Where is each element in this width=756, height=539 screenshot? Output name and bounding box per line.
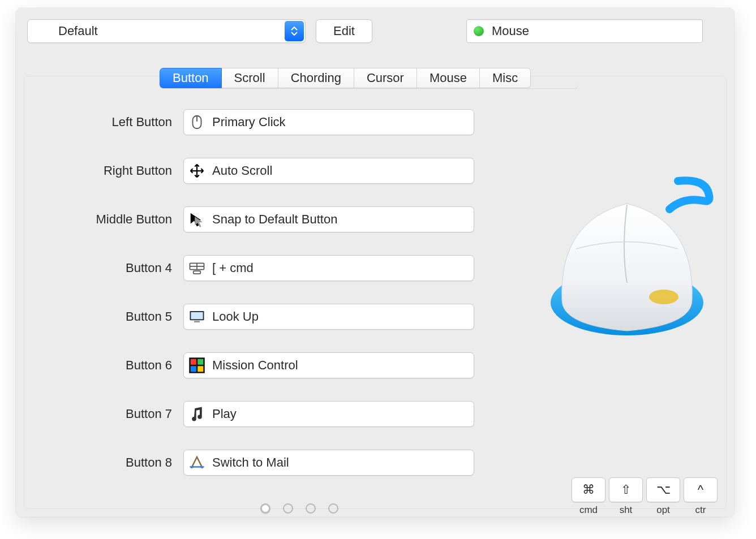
move-icon [188, 162, 205, 179]
modifier-option: ⌥ opt [646, 477, 680, 516]
mapping-button-8: Button 8 Switch to Mail [72, 449, 474, 476]
mapping-field[interactable]: Snap to Default Button [183, 206, 474, 232]
svg-point-14 [192, 466, 194, 468]
modifier-keys: ⌘ cmd ⇧ sht ⌥ opt ^ ctr [572, 477, 718, 516]
tab-cursor[interactable]: Cursor [354, 68, 417, 88]
keyboard-icon [188, 260, 205, 277]
mapping-action: Auto Scroll [212, 163, 272, 178]
preferences-window: Default Edit Mouse Button Scroll Chordin… [16, 8, 734, 517]
svg-rect-12 [191, 366, 196, 372]
modifier-cmd-key[interactable]: ⌘ [572, 477, 605, 502]
svg-rect-13 [197, 366, 203, 372]
modifier-option-key[interactable]: ⌥ [646, 477, 680, 502]
modifier-cmd: ⌘ cmd [572, 477, 605, 516]
mapping-label: Button 4 [72, 261, 172, 275]
mapping-middle-button: Middle Button Snap to Default Button [72, 206, 474, 233]
status-dot-icon [474, 26, 484, 36]
mapping-label: Right Button [72, 163, 172, 178]
svg-point-15 [200, 466, 203, 468]
profile-selected-label: Default [58, 24, 98, 38]
mapping-field[interactable]: Mission Control [183, 352, 474, 378]
mapping-right-button: Right Button Auto Scroll [72, 157, 474, 184]
tab-button[interactable]: Button [160, 68, 222, 88]
page-dot-2[interactable] [283, 503, 293, 514]
modifier-cmd-label: cmd [572, 504, 605, 516]
modifier-control-label: ctr [684, 504, 718, 516]
mapping-field[interactable]: Play [183, 401, 474, 427]
mapping-field[interactable]: [ + cmd [183, 255, 474, 281]
mapping-action: Play [212, 407, 237, 421]
svg-rect-11 [197, 359, 203, 365]
mapping-label: Left Button [72, 115, 172, 130]
edit-button-label: Edit [333, 24, 355, 38]
modifier-option-label: opt [646, 504, 680, 516]
mapping-label: Button 8 [72, 455, 172, 470]
svg-rect-3 [194, 271, 201, 274]
modifier-shift-label: sht [609, 504, 643, 516]
svg-point-17 [649, 290, 678, 304]
svg-rect-10 [191, 359, 196, 365]
device-field[interactable]: Mouse [466, 19, 703, 43]
page-dot-4[interactable] [328, 503, 338, 514]
modifier-control: ^ ctr [684, 477, 718, 516]
device-name: Mouse [492, 24, 529, 38]
svg-rect-8 [194, 321, 200, 323]
display-icon [188, 308, 205, 325]
button-mapping-list: Left Button Primary Click Right Button A… [72, 109, 474, 498]
mapping-action: [ + cmd [212, 261, 254, 275]
mapping-label: Button 5 [72, 309, 172, 324]
mapping-action: Look Up [212, 309, 259, 324]
mapping-left-button: Left Button Primary Click [72, 109, 474, 136]
tab-chording[interactable]: Chording [278, 68, 354, 88]
modifier-shift: ⇧ sht [609, 477, 643, 516]
mouse-icon [188, 114, 205, 131]
stepper-icon [285, 21, 304, 41]
mapping-field[interactable]: Auto Scroll [183, 158, 474, 184]
mapping-button-4: Button 4 [ + cmd [72, 255, 474, 282]
mapping-field[interactable]: Switch to Mail [183, 450, 474, 476]
mapping-label: Button 6 [72, 358, 172, 373]
mapping-label: Middle Button [72, 212, 172, 227]
mapping-button-6: Button 6 Mission Control [72, 352, 474, 379]
profile-select[interactable]: Default [27, 19, 306, 43]
mapping-action: Switch to Mail [212, 455, 289, 470]
mapping-button-5: Button 5 Look Up [72, 303, 474, 330]
mapping-button-7: Button 7 Play [72, 400, 474, 428]
svg-rect-7 [191, 312, 203, 320]
mapping-field[interactable]: Look Up [183, 304, 474, 330]
mapping-action: Primary Click [212, 115, 286, 130]
mapping-field[interactable]: Primary Click [183, 109, 474, 135]
page-dot-1[interactable] [260, 503, 270, 514]
mouse-illustration [536, 170, 718, 351]
top-bar: Default Edit Mouse [16, 19, 734, 45]
mapping-action: Mission Control [212, 358, 298, 373]
mapping-action: Snap to Default Button [212, 212, 337, 227]
pager [260, 503, 338, 514]
edit-button[interactable]: Edit [316, 19, 372, 43]
mission-control-icon [188, 357, 205, 374]
tab-misc[interactable]: Misc [480, 68, 531, 88]
cursor-snap-icon [188, 211, 205, 228]
app-icon [188, 454, 205, 471]
tab-bar: Button Scroll Chording Cursor Mouse Misc [160, 68, 578, 88]
tab-mouse[interactable]: Mouse [417, 68, 480, 88]
music-note-icon [188, 406, 205, 422]
mapping-label: Button 7 [72, 407, 172, 421]
modifier-shift-key[interactable]: ⇧ [609, 477, 643, 502]
modifier-control-key[interactable]: ^ [684, 477, 718, 502]
tab-scroll[interactable]: Scroll [222, 68, 278, 88]
page-dot-3[interactable] [306, 503, 316, 514]
